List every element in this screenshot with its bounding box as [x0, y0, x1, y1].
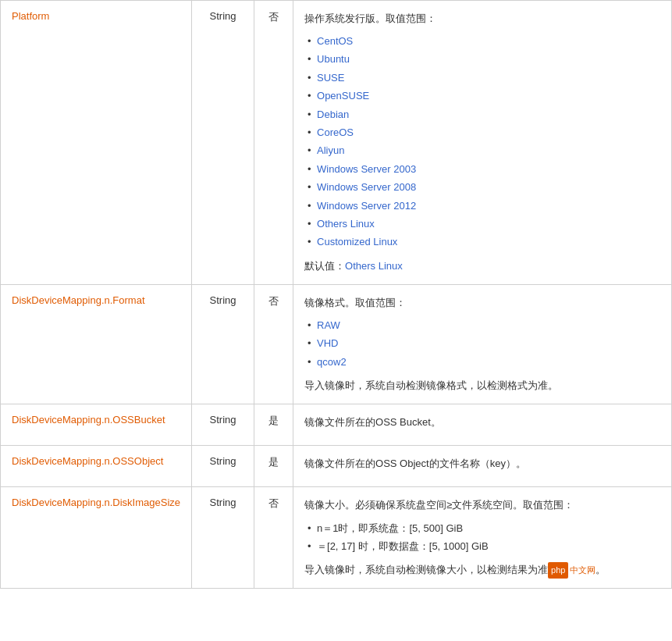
param-type: String [192, 404, 254, 446]
list-item: Others Linux [304, 215, 660, 233]
param-name: DiskDeviceMapping.n.Format [1, 284, 192, 404]
default-value-text: 默认值：Others Linux [304, 258, 660, 275]
note-text: 导入镜像时，系统自动检测镜像格式，以检测格式为准。 [304, 377, 660, 394]
list-item: OpenSUSE [304, 87, 660, 105]
list-item: CentOS [304, 32, 660, 50]
param-description: 镜像文件所在的OSS Bucket。 [293, 404, 672, 446]
param-type: String [192, 487, 254, 589]
desc-title-text: 镜像文件所在的OSS Bucket。 [304, 414, 660, 431]
list-item: SUSE [304, 69, 660, 87]
param-description: 镜像大小。必须确保系统盘空间≥文件系统空间。取值范围：n＝1时，即系统盘：[5,… [293, 487, 672, 589]
list-item: CoreOS [304, 123, 660, 141]
list-item: VHD [304, 334, 660, 352]
param-required: 否 [254, 487, 293, 589]
desc-title-text: 镜像文件所在的OSS Object的文件名称（key）。 [304, 455, 660, 472]
list-item: ＝[2, 17] 时，即数据盘：[5, 1000] GiB [304, 537, 660, 555]
param-type: String [192, 446, 254, 487]
list-item: Windows Server 2012 [304, 197, 660, 215]
list-item: qcow2 [304, 353, 660, 371]
list-item: Windows Server 2008 [304, 178, 660, 196]
param-name: DiskDeviceMapping.n.OSSObject [1, 446, 192, 487]
list-item: Aliyun [304, 141, 660, 159]
list-item: RAW [304, 316, 660, 334]
desc-title-text: 操作系统发行版。取值范围： [304, 10, 660, 27]
param-required: 否 [254, 284, 293, 404]
list-item: Ubuntu [304, 50, 660, 68]
note-text: 导入镜像时，系统自动检测镜像大小，以检测结果为准php中文网。 [304, 561, 660, 579]
param-name: DiskDeviceMapping.n.OSSBucket [1, 404, 192, 446]
param-description: 镜像格式。取值范围：RAWVHDqcow2导入镜像时，系统自动检测镜像格式，以检… [293, 284, 672, 404]
list-item: Customized Linux [304, 233, 660, 251]
list-item: n＝1时，即系统盘：[5, 500] GiB [304, 519, 660, 537]
desc-title-text: 镜像格式。取值范围： [304, 294, 660, 312]
param-type: String [192, 1, 254, 285]
param-description: 镜像文件所在的OSS Object的文件名称（key）。 [293, 446, 672, 487]
desc-title-text: 镜像大小。必须确保系统盘空间≥文件系统空间。取值范围： [304, 497, 660, 514]
list-item: Debian [304, 105, 660, 123]
api-params-table: PlatformString否操作系统发行版。取值范围：CentOSUbuntu… [0, 0, 672, 589]
param-required: 是 [254, 404, 293, 446]
param-required: 是 [254, 446, 293, 487]
param-type: String [192, 284, 254, 404]
param-name: Platform [1, 1, 192, 285]
param-description: 操作系统发行版。取值范围：CentOSUbuntuSUSEOpenSUSEDeb… [293, 1, 672, 285]
param-required: 否 [254, 1, 293, 285]
list-item: Windows Server 2003 [304, 160, 660, 178]
param-name: DiskDeviceMapping.n.DiskImageSize [1, 487, 192, 589]
